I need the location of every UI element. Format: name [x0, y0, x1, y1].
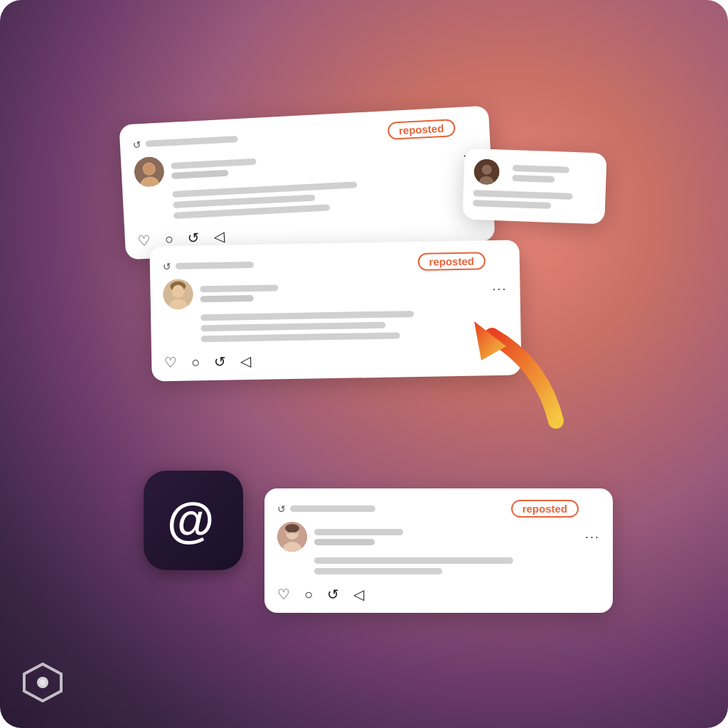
watermark-icon	[21, 661, 64, 704]
avatar-3	[277, 522, 307, 552]
background: ↺ reposted ···	[0, 0, 728, 728]
card-header-3: ···	[277, 522, 600, 552]
threads-logo: @	[144, 471, 243, 570]
username-bar	[314, 529, 403, 535]
handle-bar	[200, 295, 254, 302]
gray-bar	[290, 505, 375, 512]
post-card-right	[462, 149, 606, 225]
reposted-badge-1: reposted	[387, 119, 456, 140]
comment-icon[interactable]: ○	[191, 354, 200, 370]
post-card-3: ↺ reposted	[264, 488, 613, 613]
repost-icon-1: ↺	[132, 139, 141, 151]
user-info-3	[314, 529, 585, 545]
arrow-svg	[442, 307, 584, 449]
more-dots-2[interactable]: ···	[492, 281, 507, 296]
card-header-2: ···	[163, 274, 508, 309]
svg-text:@: @	[167, 493, 214, 547]
share-icon[interactable]: ◁	[213, 228, 225, 245]
right-card-bars	[512, 164, 596, 183]
like-icon[interactable]: ♡	[164, 354, 177, 371]
username-bar	[171, 158, 256, 168]
repost-action-icon[interactable]: ↺	[187, 229, 200, 247]
repost-icon-2: ↺	[163, 261, 171, 272]
comment-icon[interactable]: ○	[304, 587, 313, 603]
card-right-header	[473, 159, 596, 188]
handle-bar	[314, 539, 375, 545]
reposted-badge-2: reposted	[417, 252, 486, 271]
content-bar	[314, 568, 442, 574]
repost-action-icon[interactable]: ↺	[327, 586, 339, 603]
gray-bar	[512, 174, 555, 182]
handle-bar	[171, 169, 228, 178]
user-info-1	[171, 147, 464, 178]
svg-point-22	[40, 680, 46, 685]
repost-action-icon[interactable]: ↺	[214, 353, 226, 370]
comment-icon[interactable]: ○	[164, 230, 173, 247]
content-bar	[200, 311, 414, 321]
content-bar	[201, 332, 400, 342]
action-row-3: ♡ ○ ↺ ◁	[277, 582, 600, 603]
reposted-badge-3: reposted	[511, 500, 579, 518]
scene: ↺ reposted ···	[122, 115, 606, 613]
like-icon[interactable]: ♡	[137, 232, 151, 250]
avatar-face-1	[134, 156, 165, 188]
repost-icon-3: ↺	[277, 503, 286, 515]
username-bar	[200, 284, 278, 292]
share-icon[interactable]: ◁	[353, 586, 364, 603]
watermark	[21, 661, 64, 707]
avatar-face-2	[163, 279, 193, 309]
threads-logo-svg: @	[161, 488, 225, 552]
avatar-1	[134, 156, 165, 188]
avatar-right	[473, 159, 500, 185]
svg-point-18	[294, 530, 298, 534]
content-lines-3	[314, 557, 600, 574]
svg-point-17	[287, 530, 291, 534]
like-icon[interactable]: ♡	[277, 586, 290, 603]
avatar-face-3	[277, 522, 307, 552]
gray-bar	[176, 262, 254, 269]
post-card-1: ↺ reposted ···	[119, 106, 495, 260]
repost-row-2: ↺ reposted	[163, 252, 507, 275]
more-dots-3[interactable]: ···	[585, 530, 600, 545]
gray-bar	[473, 200, 551, 209]
arrow-container	[442, 307, 584, 449]
content-bar	[314, 557, 513, 564]
share-icon[interactable]: ◁	[240, 353, 251, 370]
content-bar	[200, 322, 385, 332]
gray-bar	[473, 190, 572, 200]
repost-row-3: ↺ reposted	[277, 500, 600, 518]
gray-bar	[146, 136, 238, 147]
avatar-face-right	[473, 159, 500, 185]
avatar-2	[163, 279, 193, 309]
gray-bar	[513, 164, 569, 173]
user-info-2	[200, 281, 492, 302]
